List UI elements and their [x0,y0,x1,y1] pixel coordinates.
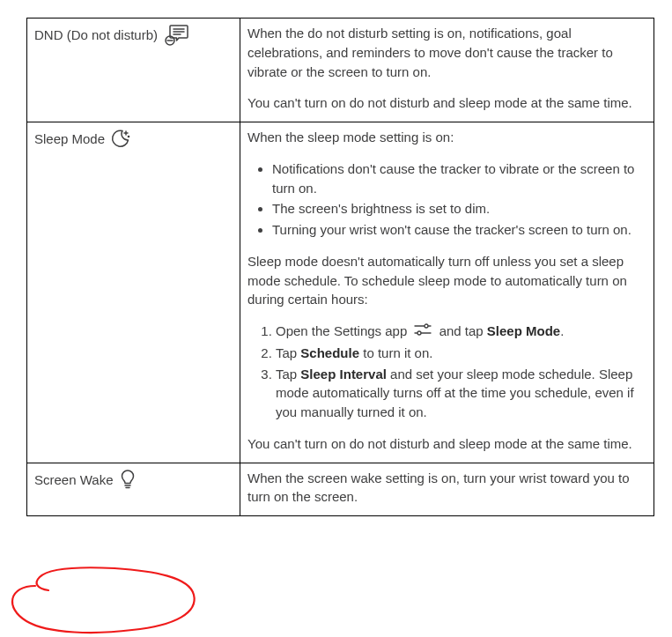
sleep-step1-bold: Sleep Mode [487,323,560,338]
sleep-step-1: Open the Settings app and tap Sleep Mode… [276,322,646,342]
sliders-icon [413,322,432,342]
sleep-mid: Sleep mode doesn't automatically turn of… [247,252,646,309]
sleep-step3-bold: Sleep Interval [300,367,387,381]
dnd-desc-1: When the do not disturb setting is on, n… [247,24,646,81]
sleep-bullet-3: Turning your wrist won't cause the track… [272,220,646,240]
sleep-step1-post: and tap [439,323,484,338]
sleep-label: Sleep Mode [34,128,105,149]
sleep-step2-bold: Schedule [300,345,359,360]
row-dnd: DND (Do not disturb) When the d [27,19,654,122]
cell-wake-desc: When the screen wake setting is on, turn… [240,463,654,516]
cell-dnd-label: DND (Do not disturb) [27,19,240,122]
sleep-intro: When the sleep mode setting is on: [247,128,646,147]
cell-sleep-label: Sleep Mode [27,122,240,463]
dnd-icon [163,24,189,47]
row-sleep: Sleep Mode When the sleep mode setting i… [27,122,654,463]
sleep-step3-pre: Tap [276,367,297,381]
moon-icon [110,128,131,149]
wake-desc: When the screen wake setting is on, turn… [247,469,646,507]
wake-label: Screen Wake [34,469,113,490]
svg-point-7 [128,136,129,137]
svg-point-11 [417,331,421,335]
sleep-bullets: Notifications don't cause the tracker to… [247,159,646,240]
dnd-desc-2: You can't turn on do not disturb and sle… [247,93,646,113]
cell-dnd-desc: When the do not disturb setting is on, n… [240,19,654,122]
cell-wake-label: Screen Wake [27,463,240,516]
annotation-circle [0,546,229,637]
sleep-step2-post: to turn it on. [363,345,432,360]
sleep-step1-pre: Open the Settings app [276,323,407,338]
lightbulb-icon [118,469,137,490]
row-wake: Screen Wake When the screen wake setting… [27,463,654,516]
cell-sleep-desc: When the sleep mode setting is on: Notif… [240,122,654,463]
sleep-step-3: Tap Sleep Interval and set your sleep mo… [276,365,646,422]
sleep-outro: You can't turn on do not disturb and sle… [247,434,646,454]
sleep-bullet-1: Notifications don't cause the tracker to… [272,159,646,198]
svg-point-9 [425,324,428,328]
sleep-step-2: Tap Schedule to turn it on. [276,344,646,363]
settings-table: DND (Do not disturb) When the d [26,18,654,516]
sleep-bullet-2: The screen's brightness is set to dim. [272,199,646,219]
dnd-label: DND (Do not disturb) [34,24,158,45]
sleep-steps: Open the Settings app and tap Sleep Mode… [247,322,646,422]
sleep-step2-pre: Tap [276,345,297,360]
